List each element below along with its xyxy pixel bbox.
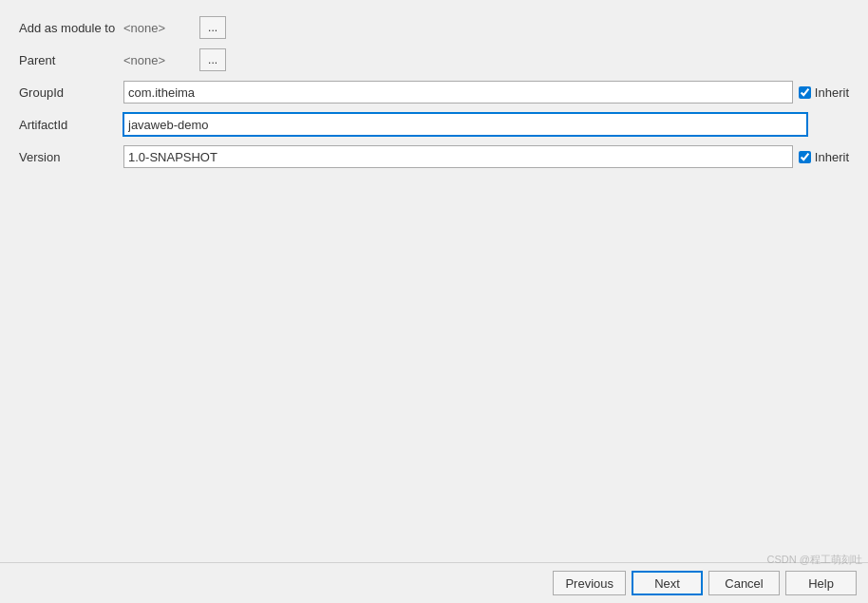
bottom-bar: Previous Next Cancel Help [0,562,868,603]
parent-label: Parent [19,53,123,67]
artifact-id-input[interactable] [123,113,807,136]
group-id-inherit-wrapper: Inherit [799,85,849,100]
add-as-module-wrapper: <none> ... [123,16,849,39]
previous-button[interactable]: Previous [553,571,626,595]
artifact-id-row: ArtifactId [19,112,849,137]
add-as-module-ellipsis-button[interactable]: ... [199,16,226,39]
version-wrapper: Inherit [123,145,849,168]
artifact-id-wrapper [123,113,849,136]
group-id-inherit-label: Inherit [815,85,849,100]
parent-wrapper: <none> ... [123,48,849,71]
dialog-container: Add as module to <none> ... Parent <none… [0,0,868,603]
form-area: Add as module to <none> ... Parent <none… [0,0,868,562]
group-id-inherit-checkbox[interactable] [799,86,811,99]
version-label: Version [19,150,123,164]
parent-value: <none> [123,53,165,67]
artifact-id-label: ArtifactId [19,118,123,132]
help-button[interactable]: Help [785,571,857,595]
group-id-label: GroupId [19,85,123,100]
next-button[interactable]: Next [632,571,703,595]
group-id-input[interactable] [123,81,793,104]
add-as-module-value: <none> [123,21,165,35]
group-id-wrapper: Inherit [123,81,849,104]
add-as-module-row: Add as module to <none> ... [19,15,849,40]
add-as-module-label: Add as module to [19,21,123,35]
version-inherit-label: Inherit [815,150,849,164]
watermark: CSDN @程工萌刻吐 [762,551,868,569]
group-id-row: GroupId Inherit [19,80,849,104]
version-inherit-wrapper: Inherit [799,150,849,164]
cancel-button[interactable]: Cancel [708,571,780,595]
version-input[interactable] [123,145,793,168]
version-row: Version Inherit [19,144,849,169]
version-inherit-checkbox[interactable] [799,151,811,163]
parent-ellipsis-button[interactable]: ... [199,48,226,71]
parent-row: Parent <none> ... [19,47,849,72]
